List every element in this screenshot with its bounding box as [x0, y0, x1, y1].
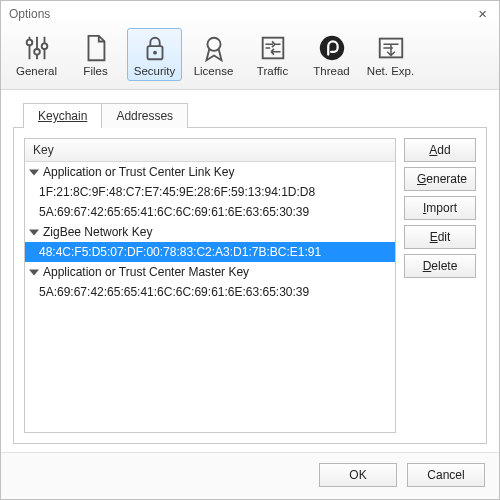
expand-icon: [29, 270, 39, 276]
network-icon: [376, 33, 406, 63]
toolbar-label: Thread: [313, 65, 349, 77]
toolbar-general[interactable]: General: [9, 28, 64, 81]
key-item-row[interactable]: 5A:69:67:42:65:65:41:6C:6C:69:61:6E:63:6…: [25, 202, 395, 222]
toolbar-label: Net. Exp.: [367, 65, 414, 77]
key-group-row[interactable]: ZigBee Network Key: [25, 222, 395, 242]
edit-button[interactable]: Edit: [404, 225, 476, 249]
tab-label: Addresses: [116, 109, 173, 123]
key-item-row[interactable]: 5A:69:67:42:65:65:41:6C:6C:69:61:6E:63:6…: [25, 282, 395, 302]
toolbar-label: License: [194, 65, 234, 77]
window-title: Options: [9, 7, 50, 21]
svg-point-4: [34, 49, 40, 55]
toolbar-files[interactable]: Files: [68, 28, 123, 81]
key-group-row[interactable]: Application or Trust Center Master Key: [25, 262, 395, 282]
toolbar-license[interactable]: License: [186, 28, 241, 81]
tab-panel-keychain: Key Application or Trust Center Link Key…: [13, 127, 487, 444]
sliders-icon: [22, 33, 52, 63]
toolbar-traffic[interactable]: Traffic: [245, 28, 300, 81]
import-button[interactable]: Import: [404, 196, 476, 220]
group-label: Application or Trust Center Master Key: [43, 265, 249, 279]
column-header-key[interactable]: Key: [25, 139, 395, 162]
content-area: Keychain Addresses Key Application or Tr…: [1, 90, 499, 452]
toolbar-label: Traffic: [257, 65, 288, 77]
award-icon: [199, 33, 229, 63]
tab-addresses[interactable]: Addresses: [101, 103, 188, 128]
key-rows: Application or Trust Center Link Key1F:2…: [25, 162, 395, 432]
dialog-footer: OK Cancel: [1, 452, 499, 499]
options-dialog: Options × General Files Security License…: [0, 0, 500, 500]
toolbar-thread[interactable]: Thread: [304, 28, 359, 81]
ok-button[interactable]: OK: [319, 463, 397, 487]
category-toolbar: General Files Security License Traffic T…: [1, 22, 499, 90]
add-button[interactable]: Add: [404, 138, 476, 162]
thread-icon: [317, 33, 347, 63]
tab-label: Keychain: [38, 109, 87, 123]
key-item-row[interactable]: 1F:21:8C:9F:48:C7:E7:45:9E:28:6F:59:13:9…: [25, 182, 395, 202]
delete-button[interactable]: Delete: [404, 254, 476, 278]
titlebar: Options ×: [1, 1, 499, 22]
cancel-button[interactable]: Cancel: [407, 463, 485, 487]
lock-icon: [140, 33, 170, 63]
tabstrip: Keychain Addresses: [13, 102, 487, 127]
svg-point-8: [207, 38, 220, 51]
toolbar-label: Files: [83, 65, 107, 77]
svg-point-3: [26, 40, 32, 46]
key-list[interactable]: Key Application or Trust Center Link Key…: [24, 138, 396, 433]
key-group-row[interactable]: Application or Trust Center Link Key: [25, 162, 395, 182]
toolbar-netexp[interactable]: Net. Exp.: [363, 28, 418, 81]
svg-point-7: [153, 51, 157, 55]
expand-icon: [29, 230, 39, 236]
key-actions: Add Generate Import Edit Delete: [404, 138, 476, 433]
tab-keychain[interactable]: Keychain: [23, 103, 102, 128]
file-icon: [81, 33, 111, 63]
expand-icon: [29, 170, 39, 176]
group-label: Application or Trust Center Link Key: [43, 165, 234, 179]
group-label: ZigBee Network Key: [43, 225, 152, 239]
svg-point-5: [41, 43, 47, 49]
toolbar-label: Security: [134, 65, 176, 77]
generate-button[interactable]: Generate: [404, 167, 476, 191]
traffic-icon: [258, 33, 288, 63]
close-icon[interactable]: ×: [474, 5, 491, 22]
toolbar-security[interactable]: Security: [127, 28, 182, 81]
toolbar-label: General: [16, 65, 57, 77]
key-item-row[interactable]: 48:4C:F5:D5:07:DF:00:78:83:C2:A3:D1:7B:B…: [25, 242, 395, 262]
svg-point-10: [319, 36, 343, 60]
